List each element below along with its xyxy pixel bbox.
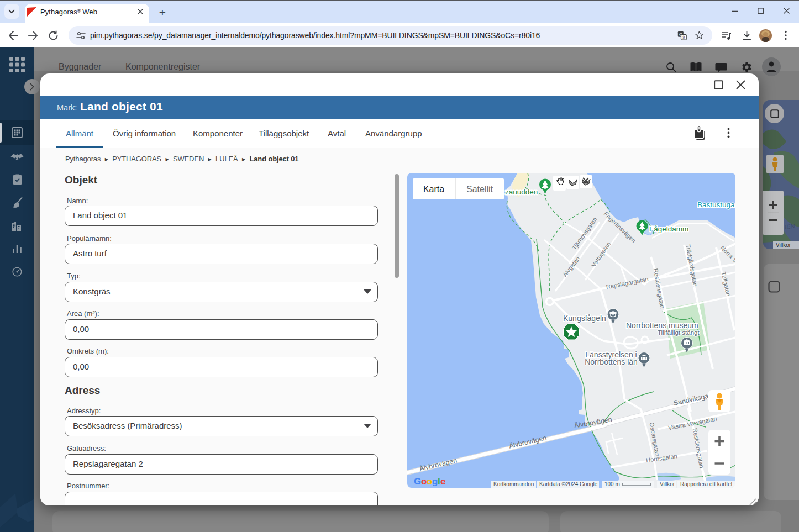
svg-text:g: g	[432, 476, 438, 487]
svg-text:o: o	[421, 476, 427, 487]
svg-text:文: 文	[681, 35, 686, 40]
svg-text:Rapportera ett kartfel: Rapportera ett kartfel	[680, 481, 732, 487]
svg-text:o: o	[427, 476, 432, 487]
svg-text:Fågeldamm: Fågeldamm	[649, 225, 688, 233]
svg-text:Kungsfågeln: Kungsfågeln	[563, 314, 606, 323]
svg-text:Kortkommandon: Kortkommandon	[493, 481, 534, 487]
svg-text:100 m: 100 m	[604, 481, 620, 487]
svg-text:Karta: Karta	[423, 185, 444, 194]
svg-text:l: l	[438, 476, 440, 487]
svg-text:Satellit: Satellit	[466, 185, 493, 194]
svg-text:Villkor: Villkor	[660, 481, 675, 487]
svg-text:Kartdata ©2024 Google: Kartdata ©2024 Google	[539, 481, 598, 487]
svg-text:zauudden: zauudden	[505, 188, 538, 196]
svg-text:Norrbottens län: Norrbottens län	[585, 357, 638, 366]
svg-text:G: G	[414, 476, 421, 487]
svg-text:e: e	[440, 476, 445, 487]
svg-text:Bastustuga: Bastustuga	[697, 201, 735, 209]
svg-text:Tillfälligt stängt: Tillfälligt stängt	[658, 329, 700, 336]
svg-text:Norrbottens museum: Norrbottens museum	[626, 321, 698, 330]
